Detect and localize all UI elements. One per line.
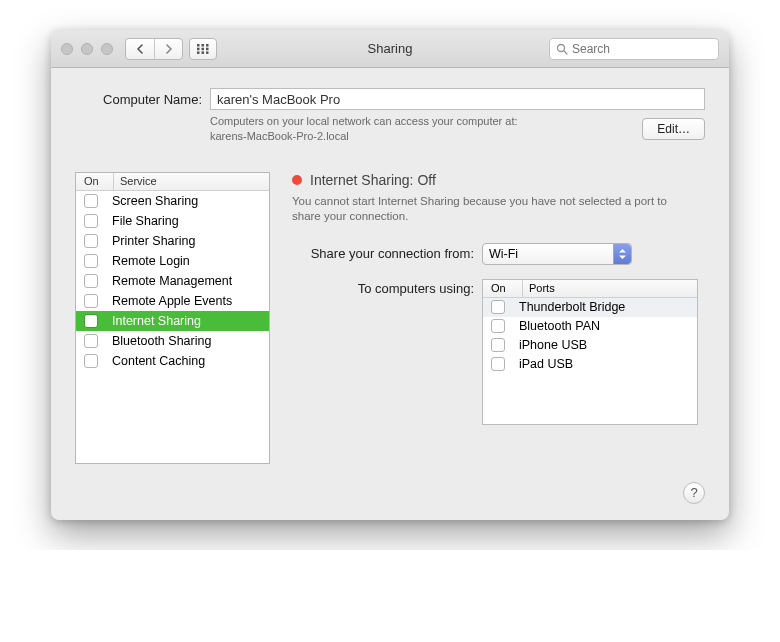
select-caret-icon [613, 244, 631, 264]
service-label: Remote Login [112, 254, 190, 268]
content: Computer Name: Computers on your local n… [51, 68, 729, 482]
service-label: Printer Sharing [112, 234, 195, 248]
service-checkbox[interactable] [84, 234, 98, 248]
service-row[interactable]: Remote Apple Events [76, 291, 269, 311]
port-label: Bluetooth PAN [519, 319, 600, 333]
grid-icon [197, 44, 209, 54]
svg-rect-3 [197, 47, 200, 50]
close-window-button[interactable] [61, 43, 73, 55]
service-row[interactable]: Printer Sharing [76, 231, 269, 251]
service-label: Remote Apple Events [112, 294, 232, 308]
service-row[interactable]: Internet Sharing [76, 311, 269, 331]
edit-button[interactable]: Edit… [642, 118, 705, 140]
forward-button[interactable] [154, 39, 182, 59]
computer-name-hint-row: Computers on your local network can acce… [75, 114, 705, 144]
ports-table: On Ports Thunderbolt BridgeBluetooth PAN… [482, 279, 698, 425]
port-row[interactable]: Bluetooth PAN [483, 317, 697, 336]
nav-buttons [125, 38, 183, 60]
port-checkbox[interactable] [491, 319, 505, 333]
search-icon [556, 43, 568, 55]
port-row[interactable]: iPad USB [483, 355, 697, 374]
service-label: Remote Management [112, 274, 232, 288]
ports-body: Thunderbolt BridgeBluetooth PANiPhone US… [483, 298, 697, 374]
service-header-service: Service [114, 173, 269, 190]
share-from-value: Wi-Fi [489, 247, 518, 261]
ports-header-on: On [483, 280, 523, 297]
service-row[interactable]: Bluetooth Sharing [76, 331, 269, 351]
service-checkbox[interactable] [84, 214, 98, 228]
svg-rect-5 [206, 47, 209, 50]
service-label: Content Caching [112, 354, 205, 368]
service-checkbox[interactable] [84, 354, 98, 368]
share-from-row: Share your connection from: Wi-Fi [292, 243, 705, 265]
service-row[interactable]: Screen Sharing [76, 191, 269, 211]
port-checkbox[interactable] [491, 338, 505, 352]
port-label: Thunderbolt Bridge [519, 300, 625, 314]
share-from-label: Share your connection from: [292, 246, 482, 261]
chevron-right-icon [164, 44, 173, 54]
svg-rect-4 [202, 47, 205, 50]
ports-header-ports: Ports [523, 280, 697, 297]
zoom-window-button[interactable] [101, 43, 113, 55]
service-checkbox[interactable] [84, 274, 98, 288]
service-checkbox[interactable] [84, 254, 98, 268]
port-checkbox[interactable] [491, 357, 505, 371]
ports-row: To computers using: On Ports Thunderbolt… [292, 279, 705, 425]
service-label: Bluetooth Sharing [112, 334, 211, 348]
service-row[interactable]: File Sharing [76, 211, 269, 231]
show-all-button[interactable] [189, 38, 217, 60]
status-title: Internet Sharing: Off [310, 172, 436, 188]
sharing-window: Sharing Computer Name: Computers on your… [51, 30, 729, 520]
svg-rect-7 [202, 51, 205, 54]
svg-line-10 [564, 50, 567, 53]
help-button[interactable]: ? [683, 482, 705, 504]
service-label: Internet Sharing [112, 314, 201, 328]
share-from-select[interactable]: Wi-Fi [482, 243, 632, 265]
port-label: iPad USB [519, 357, 573, 371]
svg-rect-2 [206, 44, 209, 47]
computer-name-row: Computer Name: [75, 88, 705, 110]
detail-pane: Internet Sharing: Off You cannot start I… [292, 172, 705, 464]
port-row[interactable]: iPhone USB [483, 336, 697, 355]
service-checkbox[interactable] [84, 194, 98, 208]
computer-name-input[interactable] [210, 88, 705, 110]
computer-name-hint: Computers on your local network can acce… [210, 114, 642, 144]
service-header-on: On [76, 173, 114, 190]
ports-header: On Ports [483, 280, 697, 298]
service-checkbox[interactable] [84, 314, 98, 328]
status-warning: You cannot start Internet Sharing becaus… [292, 194, 692, 225]
service-list-header: On Service [76, 173, 269, 191]
footer: ? [51, 482, 729, 520]
port-label: iPhone USB [519, 338, 587, 352]
search-input[interactable] [572, 42, 712, 56]
service-row[interactable]: Remote Management [76, 271, 269, 291]
to-computers-label: To computers using: [292, 279, 482, 425]
window-controls [61, 43, 113, 55]
service-row[interactable]: Content Caching [76, 351, 269, 371]
port-row[interactable]: Thunderbolt Bridge [483, 298, 697, 317]
chevron-left-icon [136, 44, 145, 54]
svg-rect-1 [202, 44, 205, 47]
minimize-window-button[interactable] [81, 43, 93, 55]
port-checkbox[interactable] [491, 300, 505, 314]
back-button[interactable] [126, 39, 154, 59]
status-dot-icon [292, 175, 302, 185]
svg-rect-0 [197, 44, 200, 47]
service-row[interactable]: Remote Login [76, 251, 269, 271]
service-label: Screen Sharing [112, 194, 198, 208]
titlebar: Sharing [51, 30, 729, 68]
svg-rect-6 [197, 51, 200, 54]
status-line: Internet Sharing: Off [292, 172, 705, 188]
service-list: On Service Screen SharingFile SharingPri… [75, 172, 270, 464]
service-list-body: Screen SharingFile SharingPrinter Sharin… [76, 191, 269, 463]
svg-rect-8 [206, 51, 209, 54]
service-checkbox[interactable] [84, 334, 98, 348]
computer-name-label: Computer Name: [75, 92, 210, 107]
service-label: File Sharing [112, 214, 179, 228]
service-checkbox[interactable] [84, 294, 98, 308]
split: On Service Screen SharingFile SharingPri… [75, 172, 705, 464]
search-field-wrap [549, 38, 719, 60]
